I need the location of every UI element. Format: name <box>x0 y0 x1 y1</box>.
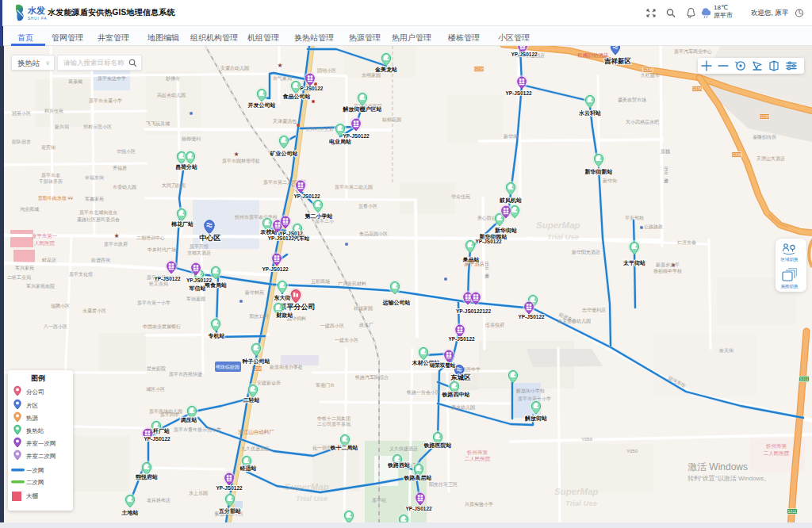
svg-text:锦荣双璧站: 锦荣双璧站 <box>429 362 456 369</box>
svg-text:Trial Use: Trial Use <box>547 232 580 241</box>
svg-text:新华林苑: 新华林苑 <box>245 289 264 296</box>
svg-text:Trial Use: Trial Use <box>565 499 598 507</box>
svg-text:久红超市: 久红超市 <box>641 72 660 78</box>
svg-text:YP-JS0122: YP-JS0122 <box>293 193 320 199</box>
svg-text:解放街站: 解放街站 <box>524 415 547 422</box>
svg-text:SuperMap: SuperMap <box>536 220 580 230</box>
svg-text:阳光住宅三区: 阳光住宅三区 <box>429 481 458 488</box>
svg-text:原平四中: 原平四中 <box>160 411 179 418</box>
svg-text:人民医院: 人民医院 <box>34 240 56 247</box>
svg-text:第二小学站: 第二小学站 <box>304 213 333 220</box>
svg-text:开福居: 开福居 <box>113 166 127 171</box>
svg-text:棕榈花园: 棕榈花园 <box>382 117 401 123</box>
svg-text:原平市第一小学: 原平市第一小学 <box>137 300 170 305</box>
svg-text:部队宿舍: 部队宿舍 <box>11 139 31 145</box>
svg-text:激活 Windows: 激活 Windows <box>688 461 748 473</box>
svg-text:天津康汤包: 天津康汤包 <box>273 118 297 124</box>
svg-text:电业局站: 电业局站 <box>329 139 351 145</box>
svg-text:YP-JS0122122: YP-JS0122122 <box>456 308 491 314</box>
svg-text:SuperMap: SuperMap <box>285 482 329 492</box>
svg-text:YP-JS0122: YP-JS0122 <box>343 133 370 139</box>
svg-text:YP-JS0122: YP-JS0122 <box>262 266 289 272</box>
svg-text:市气象局: 市气象局 <box>273 75 292 82</box>
svg-text:Trial Use: Trial Use <box>296 494 328 503</box>
svg-text:忻州市第: 忻州市第 <box>466 450 488 455</box>
svg-text:五分部站: 五分部站 <box>218 507 241 515</box>
svg-text:新原街道办事处: 新原街道办事处 <box>270 364 303 370</box>
svg-text:SuperMap: SuperMap <box>554 487 599 496</box>
svg-text:化一宿舍: 化一宿舍 <box>312 445 331 451</box>
svg-text:漫江山自动料厂: 漫江山自动料厂 <box>238 429 274 435</box>
svg-text:P-JS0122: P-JS0122 <box>301 86 324 91</box>
svg-text:军信嘉园: 军信嘉园 <box>186 297 205 302</box>
svg-text:中心区: 中心区 <box>200 234 221 242</box>
svg-text:干部休养所: 干部休养所 <box>38 178 63 185</box>
svg-text:原魏: 原魏 <box>661 148 670 155</box>
svg-text:G338: G338 <box>643 68 653 72</box>
svg-text:原平实达中学: 原平实达中学 <box>98 75 126 82</box>
svg-text:南关街: 南关街 <box>719 347 734 354</box>
svg-text:冠英小区: 冠英小区 <box>12 110 31 117</box>
svg-text:财政站: 财政站 <box>276 312 293 319</box>
svg-text:YP-JS0122: YP-JS0122 <box>505 90 532 96</box>
svg-text:志华便利店: 志华便利店 <box>581 307 606 313</box>
svg-text:九久优选酒店: 九久优选酒店 <box>241 446 270 452</box>
svg-text:轻工业局: 轻工业局 <box>149 281 168 287</box>
svg-text:原平市青年衡示范小学: 原平市青年衡示范小学 <box>174 427 221 433</box>
svg-text:新愿乡太平: 新愿乡太平 <box>656 262 680 268</box>
svg-text:东明家园: 东明家园 <box>362 72 381 78</box>
svg-text:片区: 片区 <box>26 402 39 409</box>
svg-text:新兴局: 新兴局 <box>55 124 69 130</box>
svg-text:原平市第一: 原平市第一 <box>32 233 58 239</box>
svg-text:公路路政: 公路路政 <box>644 224 663 230</box>
svg-text:溪水幼儿园: 溪水幼儿园 <box>451 404 475 411</box>
svg-text:郑村示范小区: 郑村示范小区 <box>83 124 112 130</box>
svg-text:★: ★ <box>233 151 239 158</box>
svg-text:原平市政府: 原平市政府 <box>104 241 128 247</box>
svg-text:丽都便利: 丽都便利 <box>182 136 201 142</box>
svg-text:泰隆招待所: 泰隆招待所 <box>753 134 776 140</box>
svg-text:YP-JS0122: YP-JS0122 <box>448 336 475 342</box>
svg-text:原平市永康小学: 原平市永康小学 <box>89 98 122 104</box>
svg-text:军鑫家苑: 军鑫家苑 <box>85 196 104 202</box>
svg-text:新华街站: 新华街站 <box>494 227 517 234</box>
svg-text:原平市园林管理处: 原平市园林管理处 <box>222 158 260 164</box>
svg-text:宜春小区: 宜春小区 <box>358 203 377 209</box>
svg-text:二公司原平基地: 二公司原平基地 <box>317 421 351 427</box>
svg-text:分公司: 分公司 <box>26 388 44 396</box>
svg-text:Y050: Y050 <box>626 449 638 453</box>
svg-text:S311: S311 <box>800 377 809 381</box>
svg-text:中铁十二局集团: 中铁十二局集团 <box>317 415 350 422</box>
svg-text:YP.JS0122: YP.JS0122 <box>186 277 212 283</box>
svg-text:安康坊幼儿园: 安康坊幼儿园 <box>220 65 249 71</box>
svg-text:开发公司站: 开发公司站 <box>247 102 276 109</box>
svg-text:欢迎您, 原平: 欢迎您, 原平 <box>751 9 789 17</box>
svg-text:YP-JS0122: YP-JS0122 <box>144 436 170 442</box>
svg-text:YP-JS0122: YP-JS0122 <box>405 506 432 511</box>
svg-text:解放街小学校: 解放街小学校 <box>516 388 545 394</box>
svg-text:厦西中学: 厦西中学 <box>462 366 481 373</box>
svg-text:二轻工业局: 二轻工业局 <box>7 274 31 281</box>
svg-text:YP-JS0122: YP-JS0122 <box>475 239 502 244</box>
svg-text:昌荷分站: 昌荷分站 <box>175 164 197 170</box>
svg-text:广兴富药材料: 广兴富药材料 <box>338 281 366 287</box>
svg-text:新华阳光酒店: 新华阳光酒店 <box>572 249 600 255</box>
svg-text:调压站: 调压站 <box>180 417 197 423</box>
svg-text:原平文化馆: 原平文化馆 <box>69 271 93 277</box>
svg-text:熙悦府站: 熙悦府站 <box>136 473 158 480</box>
svg-text:仁济东巷: 仁济东巷 <box>677 239 696 245</box>
svg-text:永兴社区光彩: 永兴社区光彩 <box>305 126 334 132</box>
svg-text:新华街: 新华街 <box>603 178 618 184</box>
svg-text:经适站: 经适站 <box>239 465 257 472</box>
svg-text:和兴佳苑: 和兴佳苑 <box>44 108 63 114</box>
svg-text:YP-JS0122汽车站: YP-JS0122汽车站 <box>268 235 310 242</box>
svg-text:原平市: 原平市 <box>714 12 733 19</box>
svg-text:原平汽车商业中心: 原平汽车商业中心 <box>674 48 712 54</box>
svg-text:专机站: 专机站 <box>208 332 225 339</box>
svg-text:飞飞玩具城: 飞飞玩具城 <box>146 121 170 127</box>
svg-text:军需门市: 军需门市 <box>316 382 335 388</box>
svg-text:二人民医院: 二人民医院 <box>764 450 790 457</box>
svg-text:棉花厂站: 棉花厂站 <box>170 221 193 228</box>
svg-text:YP-JS0122: YP-JS0122 <box>518 314 545 319</box>
svg-text:原平市老: 原平市老 <box>41 172 60 178</box>
